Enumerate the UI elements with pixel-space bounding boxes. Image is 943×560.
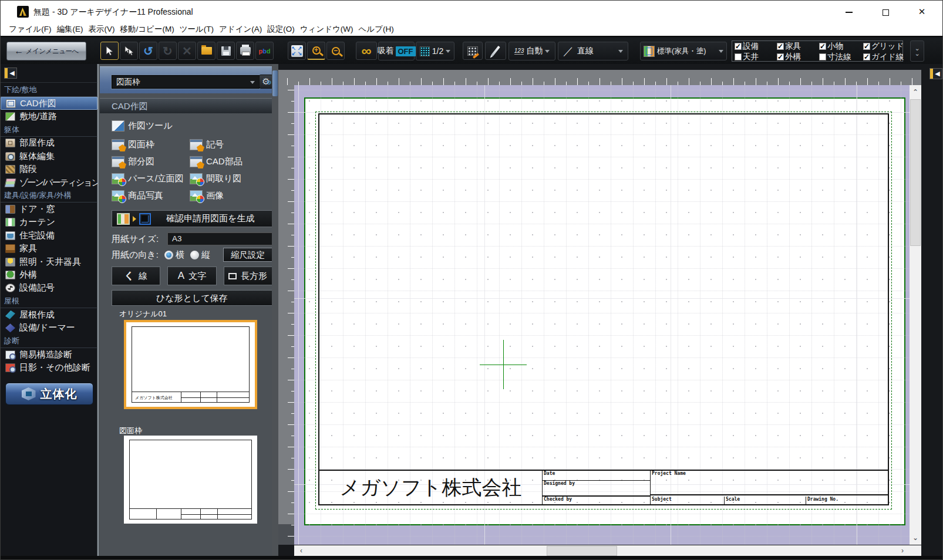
line-button[interactable]: く線 — [112, 266, 160, 285]
panel-item-cad-parts[interactable]: CAD部品 — [190, 156, 243, 167]
minimize-button[interactable] — [836, 1, 863, 23]
zone-icon — [4, 178, 16, 187]
check-komono[interactable]: ✓小物 — [819, 41, 863, 52]
sidebar-item-dormer[interactable]: 設備/ドーマー — [1, 321, 97, 334]
menu-move-copy[interactable]: 移動/コピー(M) — [120, 24, 174, 35]
panel-item-floorplan[interactable]: 間取り図 — [190, 173, 241, 184]
sidebar-item-cad-drawing[interactable]: CAD作図 — [1, 97, 97, 110]
to-3d-button[interactable]: 立体化 — [5, 383, 93, 405]
save-as-template-button[interactable]: ひな形として保存 — [112, 290, 272, 306]
sidebar-item-equipment[interactable]: 住宅設備 — [1, 229, 97, 242]
scale-setting-button[interactable]: 縮尺設定 — [223, 248, 272, 262]
zoom-fit-button[interactable]: ↖↗↙↘ — [288, 42, 306, 60]
save-button[interactable] — [217, 42, 235, 60]
rectangle-button[interactable]: 長方形 — [224, 266, 272, 285]
delete-icon: ✕ — [182, 45, 192, 57]
zoom-out-button[interactable]: − — [326, 42, 345, 60]
check-grid[interactable]: ✓グリッド — [863, 41, 906, 52]
gear-icon[interactable]: ⚙ — [259, 75, 273, 89]
zoom-in-button[interactable]: + — [307, 42, 325, 60]
orientation-landscape-radio[interactable] — [164, 251, 173, 259]
menu-window[interactable]: ウィンドウ(W) — [300, 24, 353, 35]
menu-tools[interactable]: ツール(T) — [180, 24, 214, 35]
text-button[interactable]: A文字 — [167, 266, 216, 285]
sidebar-item-lighting[interactable]: 照明・天井器具 — [1, 255, 97, 268]
link-button[interactable]: ∞ — [356, 42, 377, 60]
vertical-scrollbar[interactable]: ⌃ ⌄ — [910, 85, 921, 545]
menu-edit[interactable]: 編集(E) — [57, 24, 83, 35]
panel-splitter[interactable] — [272, 64, 278, 556]
sidebar-item-door-window[interactable]: ドア・窓 — [1, 203, 97, 215]
display-preset-dropdown[interactable]: 標準(家具・塗) — [640, 42, 727, 60]
sidebar-item-exterior[interactable]: 外構 — [1, 268, 97, 281]
sidebar-item-zone[interactable]: ゾーン/パーティション — [1, 176, 97, 189]
text-icon: A — [178, 270, 184, 282]
scroll-up-icon[interactable]: ⌃ — [910, 86, 921, 98]
generate-confirmation-drawing-button[interactable]: 確認申請用図面を生成 — [112, 210, 272, 227]
snap-state-badge: OFF — [396, 46, 416, 56]
menu-file[interactable]: ファイル(F) — [9, 24, 52, 35]
numeric-input-button[interactable] — [463, 42, 483, 60]
right-collapse-button[interactable]: ◀ — [929, 68, 942, 79]
orientation-portrait-radio[interactable] — [190, 251, 199, 259]
sidebar-item-roof[interactable]: 屋根作成 — [1, 308, 97, 321]
menu-help[interactable]: ヘルプ(H) — [359, 24, 394, 35]
sidebar-item-furniture[interactable]: 家具 — [1, 242, 97, 255]
panel-item-perspective[interactable]: パース/立面図 — [112, 173, 184, 184]
menu-settings[interactable]: 設定(O) — [267, 24, 295, 35]
paper-size-dropdown[interactable]: A3 — [167, 232, 285, 245]
panel-item-product-photo[interactable]: 商品写真 — [112, 190, 163, 201]
panel-item-draw-tools[interactable]: 作図ツール — [112, 120, 173, 131]
panel-item-partial[interactable]: 部分図 — [112, 156, 154, 167]
scroll-down-icon[interactable]: ⌄ — [910, 532, 921, 544]
delete-button[interactable]: ✕ — [178, 42, 196, 60]
sidebar-collapse-button[interactable]: ◀ — [4, 68, 17, 79]
template-thumbnail-frame[interactable] — [124, 436, 257, 524]
snap-toggle[interactable]: 吸着 OFF — [378, 42, 415, 60]
check-kagu[interactable]: ✓家具 — [777, 41, 819, 52]
check-tenjo[interactable]: 天井 — [735, 52, 777, 62]
grid-scale-dropdown[interactable]: 1/2 — [416, 42, 454, 60]
menu-addin[interactable]: アドイン(A) — [219, 24, 262, 35]
check-sunpou[interactable]: 寸法線 — [819, 52, 863, 62]
template-thumbnail-original[interactable]: メガソフト株式会社 — [124, 320, 257, 409]
toolbar-expand-button[interactable]: ⌄⌄ — [910, 41, 924, 62]
horizontal-scroll-thumb[interactable] — [547, 546, 617, 556]
line-mode-dropdown[interactable]: ／ 直線 — [558, 42, 628, 60]
select-tool-button[interactable] — [100, 42, 119, 60]
check-gaikou[interactable]: ✓外構 — [777, 52, 819, 62]
main-menu-button[interactable]: ← メインメニューへ — [6, 42, 86, 60]
panel-item-frame[interactable]: 図面枠 — [112, 139, 154, 150]
sidebar-item-curtain[interactable]: カーテン — [1, 216, 97, 229]
sidebar-item-structure-diagnosis[interactable]: 簡易構造診断 — [1, 348, 97, 361]
sidebar-item-room[interactable]: 部屋作成 — [1, 137, 97, 150]
sidebar-item-symbol[interactable]: 設備記号 — [1, 282, 97, 295]
sidebar-item-body-edit[interactable]: 躯体編集 — [1, 150, 97, 163]
check-guideline[interactable]: ✓ガイド線 — [863, 52, 906, 62]
drawing-viewport[interactable]: メガソフト株式会社 Date Designed by Checked by Pr… — [294, 85, 910, 545]
sidebar-item-site-road[interactable]: 敷地/道路 — [1, 110, 97, 123]
horizontal-scrollbar[interactable]: ‹ › — [294, 545, 910, 556]
check-setsubi[interactable]: ✓設備 — [735, 41, 777, 52]
print-button[interactable] — [236, 42, 254, 60]
dimension-auto-dropdown[interactable]: 123 自動 — [508, 42, 555, 60]
sidebar-item-stairs[interactable]: 階段 — [1, 163, 97, 176]
sidebar-item-shadow-diagnosis[interactable]: 日影・その他診断 — [1, 361, 97, 374]
vertical-scroll-thumb[interactable] — [910, 99, 921, 246]
close-button[interactable]: ✕ — [908, 1, 935, 23]
frame-preset-dropdown[interactable]: 図面枠 — [112, 75, 260, 89]
scroll-right-icon[interactable]: › — [897, 545, 908, 556]
room-icon — [5, 139, 15, 147]
pen-style-button[interactable] — [485, 42, 506, 60]
scroll-left-icon[interactable]: ‹ — [295, 545, 307, 556]
multi-select-button[interactable] — [120, 42, 138, 60]
menu-view[interactable]: 表示(V) — [89, 24, 115, 35]
panel-item-symbol[interactable]: 記号 — [190, 139, 224, 150]
pdf-export-button[interactable]: pbd — [255, 42, 274, 60]
redo-button[interactable]: ↻ — [159, 42, 177, 60]
maximize-button[interactable] — [872, 1, 899, 23]
zoom-out-icon: − — [332, 47, 340, 55]
panel-item-image[interactable]: 画像 — [190, 190, 224, 201]
undo-button[interactable]: ↺ — [139, 42, 157, 60]
open-button[interactable] — [197, 42, 215, 60]
